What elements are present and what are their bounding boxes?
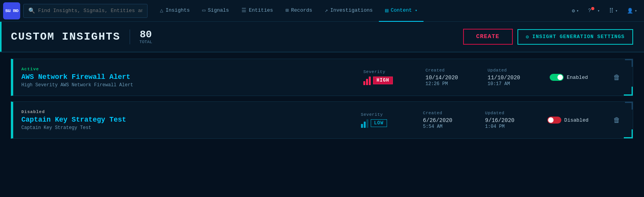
toggle-switch[interactable] — [547, 117, 561, 124]
chevron-grid-icon: ▾ — [615, 9, 618, 13]
chevron-settings-icon: ▾ — [576, 9, 579, 13]
severity-bar-1 — [361, 124, 363, 128]
severity-section: Severity HIGH — [363, 70, 410, 85]
toggle-thumb — [548, 117, 554, 123]
signals-icon: ▭ — [202, 7, 205, 14]
nav-label-investigations: Investigations — [330, 7, 373, 13]
created-time: 5:54 AM — [423, 124, 443, 129]
severity-container: HIGH — [363, 76, 393, 85]
card-corner-tr — [625, 102, 633, 110]
total-number: 80 — [140, 30, 152, 40]
updated-label: Updated — [485, 111, 505, 115]
header-actions: CREATE ⚙ INSIGHT GENERATION SETTINGS — [463, 29, 633, 45]
updated-label: Updated — [488, 68, 507, 73]
entities-icon: ☰ — [241, 7, 246, 14]
created-date: 10/14/2020 — [425, 74, 458, 81]
severity-bar-3 — [369, 77, 371, 85]
severity-bars — [361, 119, 368, 128]
nav-label-insights: Insights — [165, 7, 189, 13]
create-button[interactable]: CREATE — [463, 29, 513, 45]
gear-icon: ⚙ — [572, 8, 575, 14]
investigations-icon: ↗ — [325, 7, 328, 14]
toggle-container: Disabled — [547, 117, 588, 124]
nav-items: △ Insights ▭ Signals ☰ Entities ⊞ Record… — [154, 0, 568, 22]
delete-button[interactable]: 🗑 — [610, 115, 623, 126]
severity-section: Severity LOW — [361, 112, 408, 128]
chevron-help-icon: ▾ — [597, 9, 600, 13]
content-area: Active AWS Network Firewall Alert High S… — [0, 52, 644, 197]
created-section: Created 10/14/2020 12:26 PM — [425, 68, 472, 87]
card-info: Active AWS Network Firewall Alert High S… — [21, 67, 348, 88]
severity-header: Severity — [361, 112, 383, 117]
insights-icon: △ — [160, 7, 163, 14]
delete-button[interactable]: 🗑 — [610, 72, 623, 83]
card-corner-tr — [625, 59, 633, 67]
card-description: High Severity AWS Network Firewall Alert — [21, 82, 348, 88]
user-icon: 👤 — [627, 8, 633, 14]
insight-generation-settings-button[interactable]: ⚙ INSIGHT GENERATION SETTINGS — [517, 29, 633, 45]
logo[interactable]: su mo — [3, 2, 20, 19]
created-label: Created — [425, 68, 445, 73]
chevron-down-icon: ▾ — [415, 8, 417, 13]
nav-item-content[interactable]: ▤ Content ▾ — [379, 0, 424, 22]
total-badge: 80 Total — [130, 30, 152, 44]
chevron-user-icon: ▾ — [635, 9, 637, 13]
insight-card: Disabled Captain Key Strategy Test Capta… — [11, 101, 633, 139]
card-title[interactable]: AWS Network Firewall Alert — [21, 73, 348, 81]
severity-bar-3 — [366, 119, 368, 128]
updated-date: 11/10/2020 — [488, 74, 520, 81]
help-icon: ? — [588, 8, 591, 14]
toggle-thumb — [557, 75, 563, 80]
toggle-label: Disabled — [564, 117, 588, 123]
top-nav: su mo 🔍 △ Insights ▭ Signals ☰ Entities … — [0, 0, 644, 22]
search-bar[interactable]: 🔍 — [23, 4, 148, 18]
dot-badge — [591, 7, 594, 10]
nav-item-entities[interactable]: ☰ Entities — [235, 0, 279, 22]
settings-btn-label: INSIGHT GENERATION SETTINGS — [532, 34, 625, 40]
grid-nav-btn[interactable]: ⠿ ▾ — [605, 4, 621, 18]
page-title: CUSTOM INSIGHTS — [11, 31, 120, 43]
records-icon: ⊞ — [285, 7, 288, 14]
settings-nav-btn[interactable]: ⚙ ▾ — [568, 4, 583, 18]
severity-bar-2 — [366, 79, 368, 85]
severity-bars — [363, 76, 371, 85]
updated-time: 10:17 AM — [488, 81, 510, 87]
nav-label-content: Content — [391, 7, 412, 13]
severity-bar-1 — [363, 81, 365, 85]
help-nav-btn[interactable]: ? ▾ — [584, 4, 604, 18]
user-nav-btn[interactable]: 👤 ▾ — [623, 4, 641, 18]
updated-date: 9/16/2020 — [485, 117, 515, 124]
severity-container: LOW — [361, 119, 387, 128]
severity-bar-2 — [364, 122, 366, 128]
severity-header: Severity — [363, 70, 385, 74]
updated-time: 1:04 PM — [485, 124, 505, 129]
updated-section: Updated 11/10/2020 10:17 AM — [488, 68, 534, 87]
page-header: CUSTOM INSIGHTS 80 Total CREATE ⚙ INSIGH… — [0, 22, 644, 52]
gear-settings-icon: ⚙ — [526, 34, 529, 40]
card-status: Disabled — [21, 110, 345, 114]
grid-icon: ⠿ — [609, 7, 614, 15]
nav-label-signals: Signals — [208, 7, 229, 13]
toggle-switch[interactable] — [550, 74, 564, 81]
nav-item-investigations[interactable]: ↗ Investigations — [318, 0, 379, 22]
nav-item-records[interactable]: ⊞ Records — [279, 0, 318, 22]
card-title[interactable]: Captain Key Strategy Test — [21, 116, 345, 124]
created-section: Created 6/26/2020 5:54 AM — [423, 111, 470, 129]
nav-item-insights[interactable]: △ Insights — [154, 0, 196, 22]
insight-card: Active AWS Network Firewall Alert High S… — [11, 59, 633, 96]
nav-item-signals[interactable]: ▭ Signals — [196, 0, 235, 22]
content-icon: ▤ — [385, 7, 388, 14]
search-icon: 🔍 — [28, 7, 35, 14]
nav-right: ⚙ ▾ ? ▾ ⠿ ▾ 👤 ▾ — [568, 4, 641, 18]
severity-label: LOW — [371, 119, 387, 127]
severity-label: HIGH — [373, 77, 393, 84]
created-date: 6/26/2020 — [423, 117, 453, 124]
search-input[interactable] — [38, 8, 142, 14]
nav-label-entities: Entities — [249, 7, 273, 13]
created-time: 12:26 PM — [425, 81, 448, 87]
card-description: Captain Key Strategy Test — [21, 125, 345, 131]
toggle-container: Enabled — [550, 74, 588, 81]
toggle-label: Enabled — [567, 75, 588, 80]
created-label: Created — [423, 111, 443, 115]
card-status: Active — [21, 67, 348, 71]
